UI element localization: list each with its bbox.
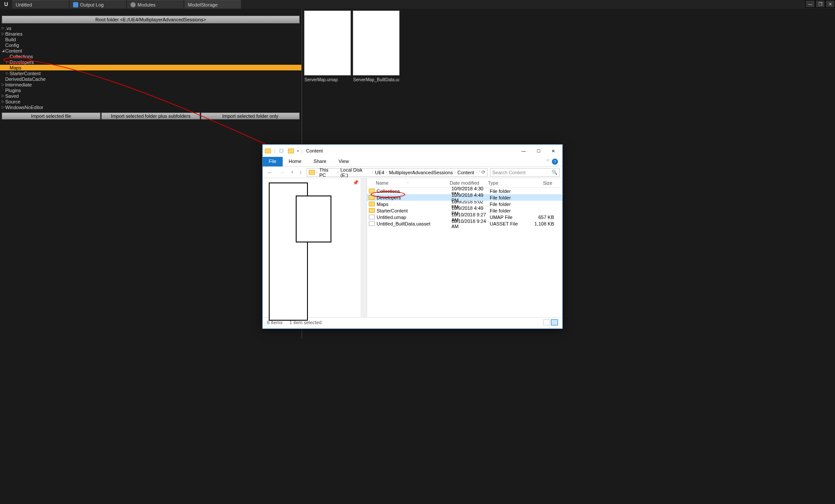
window-maximize-button[interactable]: ❐ xyxy=(815,0,825,8)
tree-item-developers[interactable]: ▷Developers xyxy=(0,59,301,65)
file-name: Untitled_BuiltData.uasset xyxy=(377,221,431,226)
tab-bar: U Untitled Output Log Modules ModelStora… xyxy=(0,0,835,9)
tree-item-plugins[interactable]: Plugins xyxy=(0,87,301,93)
column-size[interactable]: Size xyxy=(526,180,552,186)
tab-output-log[interactable]: Output Log xyxy=(70,0,126,9)
search-placeholder: Search Content xyxy=(492,170,525,175)
nav-recent-dropdown[interactable]: ▾ xyxy=(290,170,295,174)
tree-item-startercontent[interactable]: ▷StarterContent xyxy=(0,70,301,76)
breadcrumb-item[interactable]: This PC xyxy=(319,167,336,178)
column-name[interactable]: Name ˄ xyxy=(367,180,450,186)
window-close-button[interactable]: ✕ xyxy=(825,0,835,8)
file-icon xyxy=(369,215,375,219)
tree-label: WindowsNoEditor xyxy=(5,105,43,110)
file-date: 10/10/2018 9:24 AM xyxy=(451,219,490,229)
folder-icon xyxy=(264,147,271,154)
nav-up-button[interactable]: ↑ xyxy=(297,169,304,176)
output-log-icon xyxy=(73,2,78,7)
search-input[interactable]: Search Content 🔍 xyxy=(490,168,560,177)
folder-icon xyxy=(369,208,375,213)
ribbon-expand-icon[interactable]: ˅ ? xyxy=(547,157,562,166)
tree-expand-icon[interactable]: ▷ xyxy=(2,94,5,98)
view-large-icons-icon[interactable] xyxy=(551,319,558,325)
ribbon-tab-home[interactable]: Home xyxy=(283,157,307,166)
tree-item-config[interactable]: Config xyxy=(0,42,301,48)
tree-expand-icon[interactable]: ▷ xyxy=(2,32,5,36)
column-type[interactable]: Type xyxy=(488,180,526,186)
tree-label: Binaries xyxy=(5,31,23,36)
tree-item-source[interactable]: ▷Source xyxy=(0,99,301,104)
explorer-maximize-button[interactable]: ☐ xyxy=(531,146,546,156)
window-minimize-button[interactable]: — xyxy=(805,0,815,8)
nav-back-button[interactable]: ← xyxy=(265,169,275,176)
import-selected-file-button[interactable]: Import selected file xyxy=(2,113,100,119)
tree-expand-icon[interactable]: ◢ xyxy=(2,49,5,53)
properties-icon[interactable]: ☐ xyxy=(278,147,285,154)
file-size: 1,108 KB xyxy=(528,221,554,226)
ribbon-tab-file[interactable]: File xyxy=(263,157,283,166)
file-name: Untitled.umap xyxy=(377,215,406,220)
explorer-file-list: Name ˄ Date modified Type Size Collectio… xyxy=(367,178,562,317)
address-bar[interactable]: › This PC› Local Disk (E:)› UE4› Multipl… xyxy=(307,168,488,177)
ue-logo: U xyxy=(0,0,12,9)
breadcrumb-item[interactable]: Content xyxy=(458,170,474,175)
qat-dropdown-icon[interactable]: ▾ xyxy=(297,149,299,153)
import-selected-folder-subfolders-button[interactable]: Import selected folder plus subfolders xyxy=(101,113,200,119)
tree-label: DerivedDataCache xyxy=(5,76,46,82)
tree-expand-icon[interactable]: ▷ xyxy=(6,60,10,64)
tree-item-deriveddatacache[interactable]: DerivedDataCache xyxy=(0,76,301,82)
explorer-titlebar[interactable]: | ☐ ▾ | Content — ☐ ✕ xyxy=(263,145,562,157)
address-dropdown-icon[interactable]: ˅ xyxy=(479,170,481,174)
folder-icon xyxy=(309,170,315,175)
explorer-nav-pane[interactable]: 📌 xyxy=(263,178,367,317)
tree-item-saved[interactable]: ▷Saved xyxy=(0,93,301,99)
file-row-untitledbuiltdatauasset[interactable]: Untitled_BuiltData.uasset10/10/2018 9:24… xyxy=(367,220,562,227)
breadcrumb-item[interactable]: MultiplayerAdvancedSessions xyxy=(389,170,453,175)
folder-tree-panel: Root folder <E:/UE4/MultiplayerAdvancedS… xyxy=(0,9,301,339)
breadcrumb-item[interactable]: Local Disk (E:) xyxy=(341,167,371,178)
import-selected-folder-only-button[interactable]: Import selected folder only xyxy=(201,113,300,119)
refresh-icon[interactable]: ⟳ xyxy=(481,169,485,175)
ribbon-tab-view[interactable]: View xyxy=(332,157,355,166)
new-folder-icon[interactable] xyxy=(287,147,294,154)
folder-icon xyxy=(369,195,375,200)
tree-item-windowsnoeditor[interactable]: ▷WindowsNoEditor xyxy=(0,104,301,110)
tree-item-content[interactable]: ◢Content xyxy=(0,48,301,53)
tree-item-binaries[interactable]: ▷Binaries xyxy=(0,31,301,36)
tab-modelstorage[interactable]: ModelStorage xyxy=(184,0,241,9)
thumbnail-servermap-builtdata[interactable]: ServerMap_BuiltData.uasset xyxy=(353,10,400,76)
thumbnail-servermap[interactable]: ServerMap.umap xyxy=(304,10,351,76)
tree-expand-icon[interactable]: ▷ xyxy=(2,105,5,109)
tab-modules[interactable]: Modules xyxy=(127,0,184,9)
explorer-close-button[interactable]: ✕ xyxy=(546,146,561,156)
tree-item-intermediate[interactable]: ▷Intermediate xyxy=(0,82,301,87)
explorer-minimize-button[interactable]: — xyxy=(516,146,531,156)
tree-item-build[interactable]: Build xyxy=(0,36,301,42)
tree-expand-icon[interactable]: ▷ xyxy=(2,83,5,86)
file-type: File folder xyxy=(490,189,528,194)
column-date[interactable]: Date modified xyxy=(450,180,488,186)
nav-scrollbar[interactable] xyxy=(361,178,367,317)
root-folder-bar[interactable]: Root folder <E:/UE4/MultiplayerAdvancedS… xyxy=(2,16,300,23)
tree-label: Intermediate xyxy=(5,82,32,87)
file-name: Developers xyxy=(377,195,401,200)
tree-item-maps[interactable]: Maps xyxy=(0,65,301,70)
tree-item-vs[interactable]: ▷.vs xyxy=(0,25,301,31)
tree-expand-icon[interactable]: ▷ xyxy=(2,26,5,30)
file-row-developers[interactable]: Developers10/9/2018 4:49 PMFile folder xyxy=(367,194,562,201)
breadcrumb-item[interactable]: UE4 xyxy=(375,170,384,175)
tree-label: Collections xyxy=(10,54,33,59)
pin-icon[interactable]: 📌 xyxy=(353,180,359,186)
nav-forward-button[interactable]: → xyxy=(277,169,287,176)
file-type: File folder xyxy=(490,202,528,207)
tree-label: Developers xyxy=(10,60,34,65)
file-date: 10/9/2018 4:49 PM xyxy=(451,192,490,203)
ribbon-tab-share[interactable]: Share xyxy=(307,157,332,166)
view-details-icon[interactable] xyxy=(543,319,550,325)
file-name: Maps xyxy=(377,202,388,207)
tree-item-collections[interactable]: Collections xyxy=(0,53,301,59)
tree-expand-icon[interactable]: ▷ xyxy=(6,71,10,75)
tree-expand-icon[interactable]: ▷ xyxy=(2,99,5,103)
help-icon[interactable]: ? xyxy=(552,159,558,165)
tab-untitled[interactable]: Untitled xyxy=(12,0,69,9)
